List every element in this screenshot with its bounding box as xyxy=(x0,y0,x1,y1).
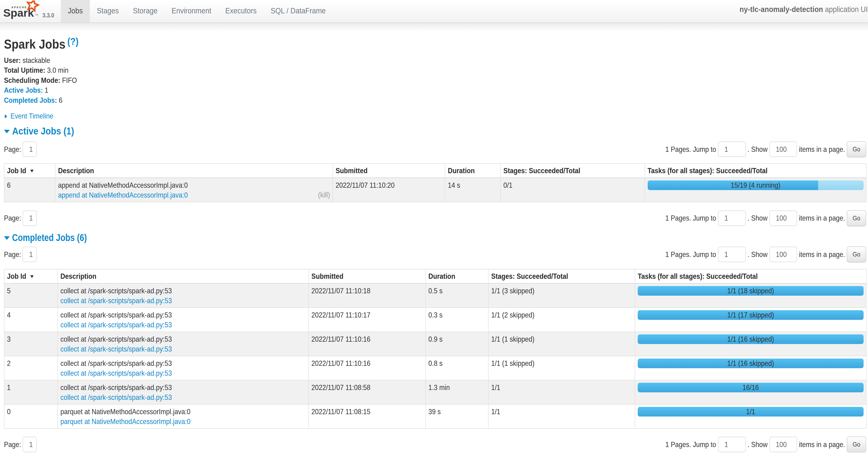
svg-text:TM: TM xyxy=(35,13,38,16)
